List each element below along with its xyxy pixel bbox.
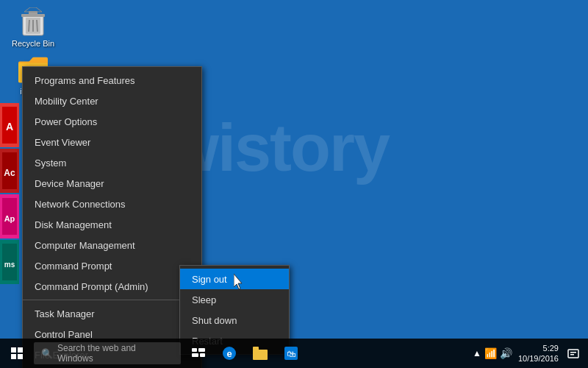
svg-rect-17 [192, 348, 197, 352]
clock-time: 5:29 [518, 343, 559, 353]
start-button[interactable] [0, 339, 34, 368]
chevron-up-icon[interactable]: ▲ [473, 348, 481, 358]
adobe-icon-1[interactable]: A [0, 103, 19, 147]
svg-line-6 [37, 20, 37, 32]
svg-rect-24 [253, 347, 259, 350]
taskbar-search-label: Search the web and Windows [57, 343, 173, 364]
submenu-item-shut-down[interactable]: Shut down [180, 310, 289, 330]
svg-text:ms: ms [4, 261, 15, 269]
adobe-icon-2[interactable]: Ac [0, 149, 19, 193]
menu-item-computer-management[interactable]: Computer Management [23, 235, 201, 255]
svg-rect-29 [570, 354, 574, 355]
menu-item-device-manager[interactable]: Device Manager [23, 173, 201, 194]
clock-date: 10/19/2016 [518, 353, 559, 364]
menu-item-network-connections[interactable]: Network Connections [23, 194, 201, 214]
svg-rect-28 [570, 352, 576, 353]
menu-item-programs-features[interactable]: Programs and Features [23, 70, 201, 91]
svg-rect-23 [253, 350, 268, 360]
system-tray: ▲ 📶 🔊 [473, 347, 512, 359]
windows-logo-icon [11, 347, 23, 359]
svg-rect-18 [198, 348, 205, 352]
svg-text:e: e [226, 348, 232, 359]
submenu-item-sleep[interactable]: Sleep [180, 289, 289, 310]
menu-item-system[interactable]: System [23, 152, 201, 173]
menu-item-mobility-center[interactable]: Mobility Center [23, 91, 201, 111]
recycle-bin-label: Recycle Bin [12, 39, 54, 48]
taskbar-right-area: ▲ 📶 🔊 5:29 10/19/2016 [467, 343, 588, 364]
menu-item-task-manager[interactable]: Task Manager [23, 303, 201, 324]
network-icon[interactable]: 📶 [484, 347, 497, 359]
menu-item-power-options[interactable]: Power Options [23, 111, 201, 132]
store-button[interactable]: 🛍 [276, 339, 306, 368]
submenu-item-sign-out[interactable]: Sign out [180, 269, 289, 289]
svg-line-4 [29, 20, 29, 32]
context-menu: Programs and Features Mobility Center Po… [22, 66, 202, 368]
menu-item-disk-management[interactable]: Disk Management [23, 214, 201, 235]
adobe-icon-3[interactable]: Ap [0, 194, 19, 238]
volume-icon[interactable]: 🔊 [500, 347, 512, 359]
menu-item-command-prompt[interactable]: Command Prompt [23, 255, 201, 276]
edge-browser-button[interactable]: e [215, 339, 244, 368]
recycle-bin-icon[interactable]: Recycle Bin [7, 7, 59, 48]
svg-rect-20 [200, 353, 205, 357]
desktop: twistory Recycle Bin [0, 0, 588, 368]
taskbar-apps-area: e 🛍 [181, 339, 467, 368]
svg-rect-19 [192, 353, 198, 357]
taskbar: 🔍 Search the web and Windows e [0, 339, 588, 368]
svg-rect-3 [21, 14, 45, 17]
separator-1 [23, 300, 201, 300]
search-icon: 🔍 [41, 348, 53, 359]
adobe-icon-4[interactable]: ms [0, 240, 19, 284]
file-explorer-button[interactable] [245, 339, 275, 368]
svg-rect-27 [568, 350, 578, 358]
menu-item-event-viewer[interactable]: Event Viewer [23, 132, 201, 152]
menu-item-command-prompt-admin[interactable]: Command Prompt (Admin) [23, 276, 201, 297]
svg-text:A: A [6, 121, 13, 132]
taskbar-search-box[interactable]: 🔍 Search the web and Windows [34, 342, 181, 364]
svg-text:Ac: Ac [4, 168, 15, 178]
task-view-button[interactable] [184, 339, 213, 368]
side-adobe-icons: A Ac Ap ms [0, 103, 19, 284]
svg-text:Ap: Ap [4, 214, 15, 223]
svg-text:🛍: 🛍 [287, 349, 295, 359]
taskbar-clock[interactable]: 5:29 10/19/2016 [518, 343, 559, 364]
action-center-button[interactable] [564, 344, 582, 362]
